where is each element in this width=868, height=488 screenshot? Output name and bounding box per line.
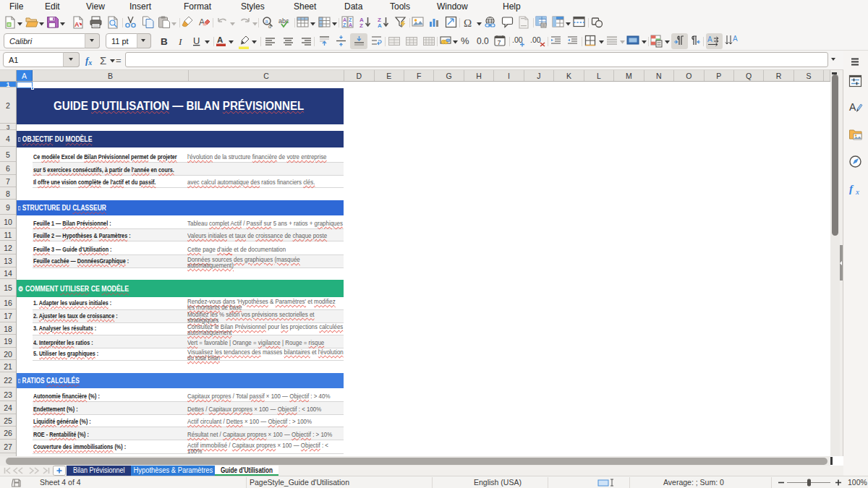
svg-text:fx: fx [85,55,92,67]
svg-text:.00: .00 [512,35,523,44]
svg-text:A: A [75,21,80,28]
svg-text:Z: Z [359,22,363,29]
svg-text:x: x [855,187,859,196]
svg-text:Z: Z [349,17,352,22]
svg-text:.00: .00 [530,35,541,44]
svg-text:Z: Z [343,22,346,27]
svg-text:0.0: 0.0 [477,36,489,46]
svg-text:A: A [378,22,382,29]
svg-text:A: A [217,35,223,44]
svg-text:B: B [161,36,168,47]
svg-text:%: % [461,35,469,46]
svg-text:I: I [178,36,183,47]
svg-text:a: a [265,19,268,24]
svg-text:f: f [849,183,854,194]
svg-text:Σ: Σ [100,54,106,67]
svg-text:A: A [199,17,205,27]
svg-text:A: A [349,22,352,27]
svg-text:=: = [116,55,122,66]
svg-text:A: A [733,35,738,43]
svg-text:U: U [193,35,200,46]
svg-text:A: A [849,101,856,113]
svg-text:7: 7 [498,39,501,46]
svg-text:A: A [343,17,346,22]
svg-text:Ω: Ω [464,17,472,29]
svg-text:d: d [268,24,271,29]
svg-text:A: A [707,35,712,43]
